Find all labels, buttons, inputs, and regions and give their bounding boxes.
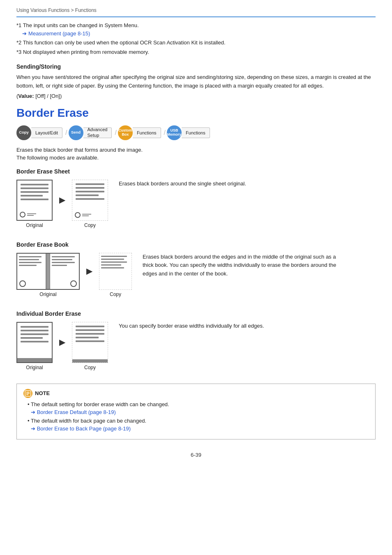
copy-circle: Copy [16, 125, 31, 140]
book-original-label: Original [39, 291, 56, 297]
note-item-2: The default width for back page can be c… [23, 418, 369, 424]
book-copy-label: Copy [110, 291, 121, 297]
book-description: Erases black borders around the edges an… [143, 253, 344, 278]
individual-copy-label: Copy [84, 365, 96, 370]
sheet-original-box [16, 180, 53, 221]
sheet-description: Erases black borders around the single s… [119, 180, 246, 188]
usb-memory-label: Functions [182, 127, 210, 138]
border-erase-default-link[interactable]: Border Erase Default (page 8-19) [31, 409, 116, 415]
sheet-copy-area: Copy [72, 180, 108, 228]
send-circle: Send [69, 125, 83, 140]
custom-box-label: Functions [133, 127, 161, 138]
sep1: / [65, 129, 67, 136]
description-line2: The following modes are available. [16, 155, 376, 161]
tab-usb-memory[interactable]: USB Memory Functions [167, 125, 210, 140]
individual-diagram-row: Original ▶ [16, 322, 108, 370]
note-box: NOTE The default setting for border eras… [16, 384, 376, 439]
notes-section: *1 The input units can be changed in Sys… [16, 21, 376, 56]
tab-copy[interactable]: Copy Layout/Edit [16, 125, 62, 140]
sheet-arrow: ▶ [59, 195, 65, 205]
custom-box-circle: Custom Box [118, 125, 133, 140]
sheet-copy-box [72, 180, 108, 221]
note-link-2: Border Erase to Back Page (page 8-19) [23, 426, 369, 432]
individual-copy-box [72, 322, 108, 363]
sheet-copy-label: Copy [84, 222, 96, 228]
sheet-original-area: Original [16, 180, 53, 228]
send-label: Advanced Setup [83, 127, 112, 138]
sending-storing-body: When you have sent/stored the original a… [16, 73, 376, 90]
individual-copy-area: Copy [72, 322, 108, 370]
sheet-diagram-row: Original ▶ [16, 180, 108, 228]
description-line1: Erases the black border that forms aroun… [16, 147, 376, 153]
note-link-1: Border Erase Default (page 8-19) [23, 409, 369, 415]
book-copy-area: Copy [99, 253, 132, 297]
note-1-text: *1 The input units can be changed in Sys… [16, 21, 376, 37]
book-diagram-row: Original ▶ Copy [16, 253, 132, 297]
original-bottom-bar [17, 358, 52, 362]
page-container: Using Various Functions > Functions *1 T… [0, 0, 392, 555]
note-label: NOTE [35, 390, 50, 396]
page-number: 6-39 [16, 452, 376, 458]
tabs-bar: Copy Layout/Edit / Send Advanced Setup /… [16, 125, 376, 140]
sep3: / [164, 129, 166, 136]
tab-send[interactable]: Send Advanced Setup [69, 125, 112, 140]
sending-storing-heading: Sending/Storing [16, 63, 376, 70]
border-erase-back-page-link[interactable]: Border Erase to Back Page (page 8-19) [31, 426, 131, 432]
copy-bottom-bar [72, 359, 108, 363]
copy-label: Layout/Edit [31, 127, 62, 138]
individual-original-area: Original [16, 322, 53, 370]
book-arrow: ▶ [86, 266, 92, 276]
sheet-original-label: Original [26, 222, 43, 228]
individual-description: You can specify border erase widths indi… [119, 322, 264, 331]
note-3-text: *3 Not displayed when printing from remo… [16, 48, 376, 56]
border-erase-sheet-heading: Border Erase Sheet [16, 168, 376, 175]
individual-original-box [16, 322, 53, 363]
breadcrumb: Using Various Functions > Functions [16, 7, 376, 17]
border-erase-book-heading: Border Erase Book [16, 241, 376, 248]
border-erase-title: Border Erase [16, 106, 376, 120]
sep2: / [115, 129, 116, 136]
note-2-text: *2 This function can only be used when t… [16, 39, 376, 47]
book-original-area: Original [16, 253, 80, 297]
measurement-link[interactable]: Measurement (page 8-15) [22, 30, 90, 37]
individual-border-erase-section: Individual Border Erase [16, 310, 376, 374]
border-erase-sheet-section: Border Erase Sheet [16, 168, 376, 231]
note-icon [23, 389, 32, 398]
note-header: NOTE [23, 389, 369, 398]
tab-custom-box[interactable]: Custom Box Functions [118, 125, 161, 140]
individual-border-heading: Individual Border Erase [16, 310, 376, 317]
border-erase-book-section: Border Erase Book [16, 241, 376, 301]
note-item-1: The default setting for border erase wid… [23, 401, 369, 407]
individual-original-label: Original [26, 365, 43, 370]
usb-memory-circle: USB Memory [167, 125, 182, 140]
individual-arrow: ▶ [59, 337, 65, 347]
value-line: (Value: [Off] / [On]) [16, 93, 376, 99]
